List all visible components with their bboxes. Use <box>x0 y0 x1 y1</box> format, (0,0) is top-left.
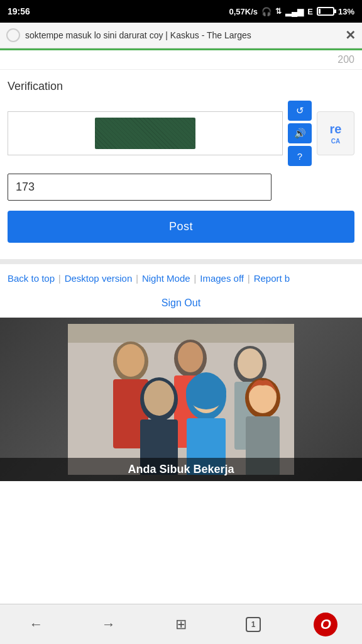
audio-icon: 🔊 <box>294 128 306 139</box>
post-button[interactable]: Post <box>8 211 354 243</box>
footer-sep-2: | <box>136 274 138 284</box>
captcha-row: ↺ 🔊 ? rе CA <box>8 101 354 166</box>
status-speed: 0,57K/s <box>229 7 258 16</box>
address-bar: soktempe masuk lo sini darurat coy | Kas… <box>0 23 362 48</box>
battery-percent: 13% <box>338 7 354 16</box>
svg-point-7 <box>178 342 203 372</box>
captcha-input[interactable] <box>8 174 272 201</box>
headphone-icon: 🎧 <box>261 7 272 16</box>
sign-out-link[interactable]: Sign Out <box>162 297 200 308</box>
images-off-link[interactable]: Images off <box>200 273 244 284</box>
data-transfer-icon: ⇅ <box>275 7 282 16</box>
status-bar: 19:56 0,57K/s 🎧 ⇅ ▂▄▆ E 13% <box>0 0 362 23</box>
page-number: 200 <box>337 54 354 65</box>
forward-button[interactable]: → <box>90 609 128 640</box>
refresh-icon: ↺ <box>296 105 304 116</box>
page-loader-icon <box>6 28 20 42</box>
battery-icon <box>317 7 334 16</box>
ad-people-graphic <box>68 324 294 475</box>
tab-count-badge: 1 <box>246 617 261 632</box>
status-time: 19:56 <box>8 6 30 16</box>
recaptcha-logo-icon: rе <box>330 122 342 136</box>
desktop-version-link[interactable]: Desktop version <box>65 273 133 284</box>
svg-point-10 <box>238 348 263 379</box>
opera-menu-button[interactable]: O <box>307 609 344 640</box>
sign-out-area: Sign Out <box>0 292 362 318</box>
footer-links: Back to top | Desktop version | Night Mo… <box>0 264 362 292</box>
verification-section: Verification ↺ 🔊 ? rе CA Post <box>0 70 362 249</box>
captcha-refresh-button[interactable]: ↺ <box>288 101 312 121</box>
captcha-image-box <box>8 111 283 155</box>
svg-point-17 <box>186 374 226 409</box>
bottom-navigation: ← → ⊞ 1 O <box>0 604 362 644</box>
verification-title: Verification <box>8 80 354 93</box>
opera-logo-icon: O <box>314 613 337 636</box>
back-to-top-link[interactable]: Back to top <box>8 273 55 284</box>
captcha-help-button[interactable]: ? <box>288 146 312 166</box>
close-tab-button[interactable]: ✕ <box>345 28 356 43</box>
back-button[interactable]: ← <box>18 609 55 640</box>
signal-bars-icon: ▂▄▆ <box>285 7 304 16</box>
ad-image: Anda Sibuk Bekerja <box>0 318 362 481</box>
help-icon: ? <box>297 151 302 162</box>
grid-icon: ⊞ <box>175 616 187 633</box>
tabs-button[interactable]: 1 <box>234 609 272 640</box>
ad-banner: Anda Sibuk Bekerja <box>0 318 362 481</box>
address-url[interactable]: soktempe masuk lo sini darurat coy | Kas… <box>25 30 340 40</box>
captcha-image <box>95 118 195 149</box>
night-mode-link[interactable]: Night Mode <box>142 273 190 284</box>
recaptcha-label: CA <box>331 138 340 145</box>
footer-sep-4: | <box>248 274 250 284</box>
svg-rect-1 <box>68 324 294 343</box>
captcha-controls: ↺ 🔊 ? <box>288 101 312 166</box>
page-number-area: 200 <box>0 50 362 70</box>
page-bottom-spacer <box>0 481 362 531</box>
captcha-audio-button[interactable]: 🔊 <box>288 123 312 143</box>
footer-sep-3: | <box>194 274 197 284</box>
back-icon: ← <box>30 616 43 633</box>
svg-point-4 <box>117 344 145 377</box>
network-type-icon: E <box>307 7 313 16</box>
report-bug-link[interactable]: Report b <box>254 273 290 284</box>
footer-sep-1: | <box>58 274 61 284</box>
ad-overlay-text: Anda Sibuk Bekerja <box>0 458 362 481</box>
grid-menu-button[interactable]: ⊞ <box>162 609 200 640</box>
section-divider <box>0 259 362 264</box>
forward-icon: → <box>102 616 116 633</box>
svg-point-13 <box>144 380 174 416</box>
recaptcha-badge: rе CA <box>317 111 354 155</box>
